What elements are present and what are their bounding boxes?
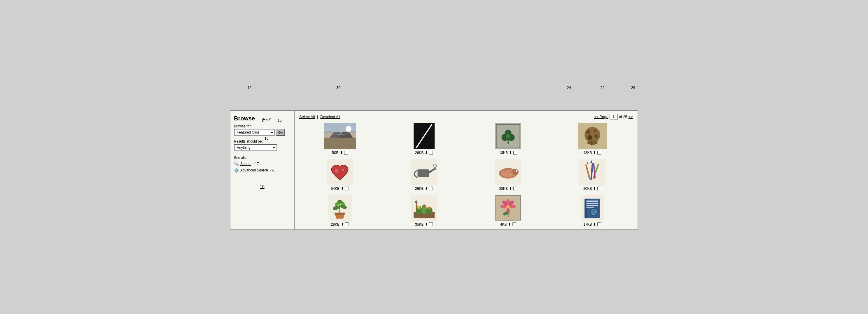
clip-size: 5KB [332, 151, 339, 155]
clip-item: 54KB ⬇ [299, 159, 381, 191]
prev-page-link[interactable]: << Page [594, 115, 609, 119]
svg-point-32 [433, 167, 436, 170]
clip-thumbnail[interactable] [408, 159, 440, 185]
ref-12: 12 [247, 86, 251, 90]
clip-item: 4KB ⬇ [468, 195, 549, 226]
results-row: Anything [234, 144, 290, 151]
clip-meta: 43KB ⬇ [583, 151, 601, 155]
browse-for-row: Featured Clips Go [234, 129, 290, 136]
advanced-search-link-item[interactable]: ⚙️ Advanced Search ~20 [234, 168, 290, 172]
clip-checkbox[interactable] [597, 222, 601, 226]
svg-point-29 [338, 172, 342, 176]
download-icon[interactable]: ⬇ [593, 222, 596, 226]
download-icon[interactable]: ⬇ [509, 151, 512, 155]
svg-rect-83 [586, 203, 598, 204]
svg-point-19 [585, 127, 600, 143]
page-input[interactable] [610, 114, 618, 120]
clip-checkbox[interactable] [345, 187, 349, 190]
download-icon[interactable]: ⬇ [425, 222, 428, 226]
download-icon[interactable]: ⬇ [425, 186, 428, 191]
svg-point-87 [591, 209, 596, 215]
clip-checkbox[interactable] [597, 151, 601, 155]
clip-thumbnail[interactable] [576, 123, 609, 149]
page-of: of 25 [619, 115, 627, 119]
clip-thumbnail[interactable] [492, 195, 524, 221]
svg-point-22 [594, 134, 598, 138]
clip-checkbox[interactable] [429, 222, 433, 226]
ref-30: 30 [336, 86, 340, 90]
svg-point-28 [342, 168, 344, 171]
clip-size: 26KB [415, 151, 424, 155]
clip-meta: 5KB ⬇ [332, 151, 348, 155]
go-button[interactable]: Go [276, 129, 285, 136]
clip-checkbox[interactable] [345, 222, 349, 226]
deselect-all-link[interactable]: Deselect All [320, 115, 340, 119]
clip-checkbox[interactable] [344, 151, 348, 155]
clip-checkbox[interactable] [513, 222, 516, 226]
clip-meta: 35KB ⬇ [415, 222, 433, 226]
clip-size: 17KB [583, 222, 592, 226]
clip-size: 38KB [499, 187, 508, 191]
clip-thumbnail[interactable] [324, 159, 356, 185]
svg-point-64 [417, 206, 420, 209]
clip-thumbnail[interactable] [492, 123, 524, 149]
svg-point-21 [593, 129, 596, 133]
content-area: Select All | Deselect All << Page of 25 … [294, 111, 638, 229]
clip-meta: 28KB ⬇ [331, 222, 349, 226]
clip-meta: 13KB ⬇ [499, 151, 517, 155]
browse-for-select[interactable]: Featured Clips [234, 129, 275, 136]
search-link[interactable]: Search [240, 162, 251, 166]
search-link-item[interactable]: 🔍 Search ~17 [234, 161, 290, 166]
download-icon[interactable]: ⬇ [509, 186, 512, 191]
clip-size: 43KB [583, 151, 592, 155]
clip-checkbox[interactable] [513, 187, 517, 190]
clip-thumbnail[interactable] [408, 123, 440, 149]
clip-thumbnail[interactable]: 18 → [324, 195, 356, 221]
clip-meta: 4KB ⬇ [500, 222, 516, 226]
clip-checkbox[interactable] [429, 151, 433, 155]
svg-point-34 [435, 163, 436, 166]
download-icon[interactable]: ⬇ [593, 151, 596, 155]
download-icon[interactable]: ⬇ [340, 151, 343, 155]
next-page-link[interactable]: >> [628, 115, 633, 119]
clip-size: 28KB [331, 222, 340, 226]
ref-17: ~17 [253, 162, 259, 166]
svg-point-27 [335, 169, 339, 172]
see-also-section: See also: 🔍 Search ~17 ⚙️ Advanced Searc… [234, 156, 290, 172]
svg-point-5 [346, 126, 351, 132]
svg-point-35 [436, 165, 437, 167]
clip-item: 38KB ⬇ [468, 159, 549, 191]
download-icon[interactable]: ⬇ [593, 186, 596, 191]
download-icon[interactable]: ⬇ [341, 222, 344, 226]
download-icon[interactable]: ⬇ [508, 222, 511, 226]
search-icon: 🔍 [234, 161, 239, 166]
clip-size: 54KB [331, 187, 340, 191]
pipe-separator: | [317, 115, 318, 119]
clip-thumbnail[interactable] [576, 195, 609, 221]
download-icon[interactable]: ⬇ [425, 151, 428, 155]
clip-thumbnail[interactable] [576, 159, 609, 185]
clip-meta: 20KB ⬇ [583, 186, 601, 191]
clips-grid: 5KB ⬇ 26KB [299, 123, 633, 226]
svg-point-43 [516, 170, 517, 172]
download-icon[interactable]: ⬇ [341, 186, 344, 191]
clip-checkbox[interactable] [597, 187, 601, 190]
ref-26: 26 [631, 86, 635, 90]
svg-rect-82 [586, 200, 598, 202]
clip-checkbox[interactable] [513, 151, 517, 155]
svg-point-20 [586, 130, 590, 134]
svg-point-58 [337, 200, 342, 203]
clip-thumbnail[interactable] [492, 159, 524, 185]
top-bar: Select All | Deselect All << Page of 25 … [299, 114, 633, 120]
clip-item: 18 → 28KB ⬇ [299, 195, 381, 226]
svg-rect-1 [324, 137, 356, 149]
clip-checkbox[interactable] [429, 187, 433, 190]
results-select[interactable]: Anything [234, 144, 277, 151]
advanced-search-link[interactable]: Advanced Search [240, 168, 268, 172]
clip-item: 43KB ⬇ [552, 123, 633, 155]
select-all-link[interactable]: Select All [299, 115, 315, 119]
clip-thumbnail[interactable] [408, 195, 440, 221]
ref-10-label: 10 [234, 184, 290, 189]
clip-item: 17KB ⬇ [552, 195, 633, 226]
clip-thumbnail[interactable] [324, 123, 356, 149]
